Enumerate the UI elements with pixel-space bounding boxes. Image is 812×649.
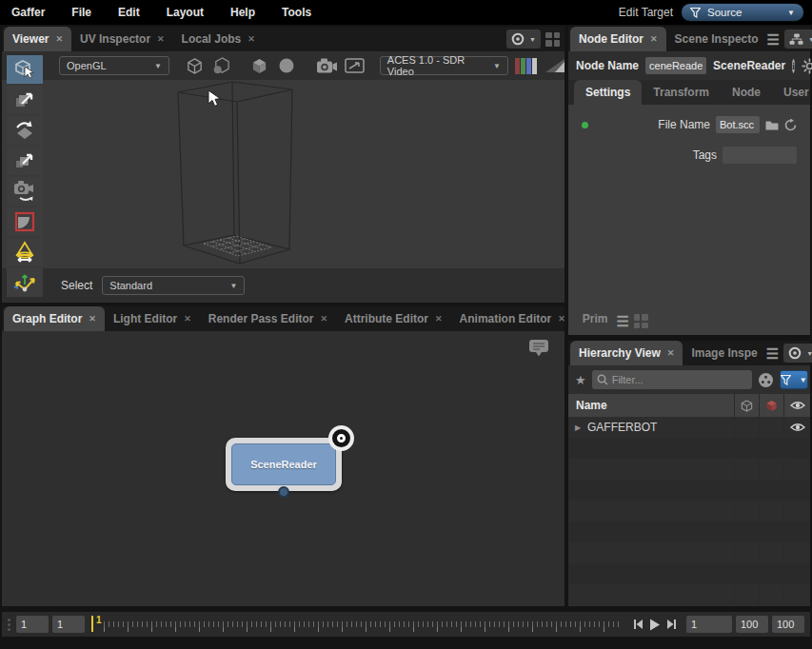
tab-graph-editor[interactable]: Graph Editor ✕ — [4, 306, 105, 331]
translate-tool-button[interactable] — [7, 86, 43, 114]
empty-row — [568, 501, 810, 521]
camera-settings-icon[interactable] — [316, 54, 338, 77]
playhead[interactable]: 1 — [89, 612, 100, 637]
folder-browse-icon[interactable] — [765, 120, 779, 130]
close-icon[interactable]: ✕ — [435, 314, 443, 324]
close-icon[interactable]: ✕ — [157, 34, 165, 44]
menu-layout[interactable]: Layout — [153, 6, 217, 19]
close-icon[interactable]: ✕ — [320, 314, 327, 324]
select-tool-button[interactable] — [7, 55, 43, 84]
tab-hierarchy-view[interactable]: Hierarchy View ✕ — [570, 341, 683, 365]
tab-node[interactable]: Node — [721, 80, 772, 105]
column-visibility-icon[interactable] — [783, 394, 810, 417]
close-icon[interactable]: ✕ — [248, 34, 255, 44]
close-icon[interactable]: ✕ — [89, 314, 96, 324]
rotate-tool-button[interactable] — [7, 116, 43, 145]
close-icon[interactable]: ✕ — [55, 34, 63, 44]
refresh-icon[interactable] — [784, 119, 797, 131]
pin-editor-button[interactable]: ▼ — [506, 30, 541, 49]
pin-node-button[interactable]: ▼ — [784, 30, 812, 49]
table-row-gafferbot[interactable]: ▶ GAFFERBOT — [568, 417, 810, 438]
menu-file[interactable]: File — [58, 6, 105, 19]
tab-transform[interactable]: Transform — [642, 80, 721, 105]
scale-tool-button[interactable] — [7, 147, 43, 175]
playback-start-field[interactable] — [16, 616, 49, 633]
tab-list-icon[interactable]: ☰ — [766, 346, 779, 361]
scene-reader-node[interactable]: SceneReader — [226, 438, 342, 491]
tab-attribute-editor[interactable]: Attribute Editor ✕ — [336, 306, 451, 331]
tab-user[interactable]: User — [772, 80, 812, 105]
column-exclusions-icon[interactable] — [759, 394, 783, 417]
menu-tools[interactable]: Tools — [268, 6, 325, 19]
node-output-port[interactable] — [278, 486, 289, 498]
column-inclusions-icon[interactable] — [734, 394, 759, 417]
graph-canvas[interactable]: SceneReader — [2, 331, 564, 606]
tab-list-icon[interactable]: ☰ — [767, 32, 780, 47]
close-icon[interactable]: ✕ — [650, 34, 658, 44]
close-icon[interactable]: ✕ — [184, 314, 191, 324]
info-icon[interactable]: i — [792, 59, 795, 73]
layout-menu-icon[interactable] — [545, 32, 560, 47]
skip-to-start-icon[interactable] — [633, 619, 644, 630]
filter-input[interactable] — [612, 374, 747, 385]
tags-input[interactable] — [723, 147, 797, 164]
frame-range-end-field[interactable] — [772, 616, 804, 633]
crop-window-tool-button[interactable] — [7, 207, 43, 236]
graph-editor-tabbar: Graph Editor ✕ Light Editor ✕ Render Pas… — [2, 306, 564, 331]
annotations-icon[interactable] — [528, 339, 549, 358]
menu-edit[interactable]: Edit — [105, 6, 153, 19]
selection-sync-icon[interactable] — [758, 372, 774, 388]
select-mode-dropdown[interactable]: Standard ▼ — [102, 276, 245, 295]
current-frame-field[interactable] — [52, 616, 85, 633]
row-visibility-icon[interactable] — [783, 417, 810, 438]
channels-rgb-icon[interactable] — [515, 54, 538, 77]
main-menubar: Gaffer File Edit Layout Help Tools Edit … — [0, 0, 812, 25]
lighting-mode-icon[interactable] — [276, 54, 296, 77]
viewer-viewport-3d[interactable] — [2, 80, 564, 268]
playback-end-field[interactable] — [736, 616, 768, 633]
display-transform-dropdown[interactable]: ACES 1.0 - SDR Video ▼ — [380, 56, 508, 75]
tab-settings[interactable]: Settings — [574, 80, 642, 105]
timeline-grip-handle[interactable] — [8, 619, 10, 631]
menu-help[interactable]: Help — [217, 6, 268, 19]
node-gadget-settings-icon[interactable] — [802, 58, 812, 74]
drawing-mode-icon[interactable] — [185, 54, 205, 77]
hierarchy-filter-row: ★ ▼ — [568, 365, 810, 394]
exposure-gamma-icon[interactable] — [545, 54, 564, 77]
pin-editor-button[interactable]: ▼ — [783, 344, 812, 363]
menu-gaffer[interactable]: Gaffer — [0, 6, 58, 19]
layout-menu-icon[interactable] — [634, 314, 648, 328]
frame-number-field[interactable] — [686, 616, 732, 633]
gadget-visibility-icon[interactable] — [345, 54, 365, 77]
tab-node-editor[interactable]: Node Editor ✕ — [570, 27, 666, 51]
close-icon[interactable]: ✕ — [558, 314, 565, 324]
tab-primitive-inspector[interactable]: Prim — [574, 306, 617, 331]
node-name-input[interactable] — [645, 57, 706, 74]
camera-tool-button[interactable] — [7, 177, 43, 206]
file-name-input[interactable] — [716, 116, 760, 133]
bookmark-star-icon[interactable]: ★ — [575, 373, 586, 387]
tab-viewer[interactable]: Viewer ✕ — [4, 27, 71, 51]
light-position-tool-button[interactable] — [7, 268, 43, 297]
tab-animation-editor[interactable]: Animation Editor ✕ — [451, 306, 574, 331]
tab-local-jobs[interactable]: Local Jobs ✕ — [173, 27, 264, 51]
tab-scene-inspector[interactable]: Scene Inspecto — [666, 27, 767, 51]
shading-mode-icon[interactable] — [249, 54, 269, 77]
tab-render-pass-editor[interactable]: Render Pass Editor ✕ — [200, 306, 336, 331]
expand-arrow-icon[interactable]: ▶ — [568, 417, 587, 438]
edit-target-dropdown[interactable]: Source ▼ — [681, 3, 804, 22]
chevron-down-icon: ▼ — [787, 9, 795, 17]
tab-list-icon[interactable]: ☰ — [616, 314, 628, 328]
timeline-ruler[interactable] — [104, 612, 620, 637]
expansion-mode-icon[interactable] — [211, 54, 231, 77]
renderer-dropdown[interactable]: OpenGL ▼ — [59, 56, 169, 75]
tab-uv-inspector[interactable]: UV Inspector ✕ — [71, 27, 173, 51]
tab-image-inspector[interactable]: Image Inspe — [683, 341, 765, 365]
play-icon[interactable] — [649, 619, 661, 631]
filter-mode-dropdown[interactable]: ▼ — [780, 370, 808, 389]
light-tool-button[interactable] — [7, 238, 43, 266]
focus-indicator-icon[interactable] — [328, 425, 354, 451]
skip-to-end-icon[interactable] — [666, 619, 677, 630]
close-icon[interactable]: ✕ — [667, 348, 675, 358]
tab-light-editor[interactable]: Light Editor ✕ — [105, 306, 200, 331]
